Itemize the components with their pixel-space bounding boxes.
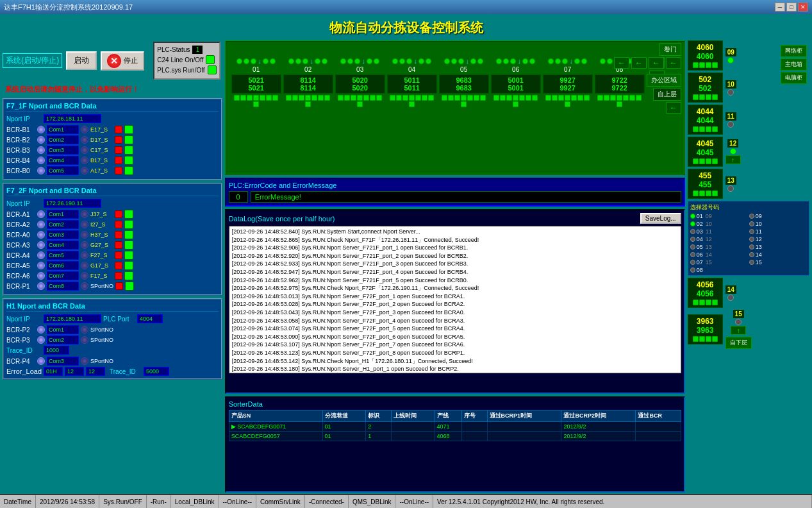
chooser-item: 11 (749, 228, 807, 235)
table-row: BCR-A1 J37_S (6, 210, 219, 219)
f71f-title: F7_1F Nport and BCR Data (6, 102, 219, 112)
status-qmsdb-value: --OnLine-- (395, 495, 433, 508)
bcr-p1-com[interactable] (47, 282, 79, 291)
segment-03: ↓ 03 5020 5020 (335, 57, 385, 107)
warning-text: 系统启动后请勿随意停止，以免影响运行！ (3, 83, 222, 96)
table-row: BCR-A4 F27_S (6, 251, 219, 260)
f72f-panel: F7_2F Nport and BCR Data Nport IP BCR-A1… (3, 183, 222, 296)
status-datetime-label: DateTime (0, 495, 36, 508)
table-row: BCR-A0 H37_S (6, 230, 219, 239)
bcr-a2-com[interactable] (47, 220, 79, 229)
h1-trace2-input[interactable] (144, 367, 169, 376)
bcr-a1-com[interactable] (47, 210, 79, 219)
bcr-b4-led1 (115, 157, 122, 164)
bcr-b1-com[interactable] (47, 125, 79, 134)
f71f-nport-input[interactable] (44, 114, 101, 123)
plc-line2-led (208, 65, 217, 74)
room-arrow-right[interactable]: ← (614, 57, 629, 69)
chooser-item: 10 (749, 221, 807, 227)
col-mark: 标识 (366, 411, 391, 422)
h1-errorload-input[interactable] (44, 367, 63, 376)
segment-02: ↓ 02 8114 8114 (283, 57, 333, 107)
bcr-b4-led2 (124, 156, 133, 165)
h1-v2-input[interactable] (86, 367, 105, 376)
table-row: BCR-P3 SPortNO (6, 335, 219, 344)
start-button[interactable]: 启动 (66, 51, 97, 70)
status-commsrv-value: -Connected- (305, 495, 349, 508)
chooser-item: 0513 (690, 244, 748, 250)
app-title: 物流自动分拣设备控制系统 (0, 14, 812, 39)
h1-trace-input[interactable] (44, 346, 69, 355)
status-bar: DateTime 2012/9/26 14:53:58 Sys.Run/OFF … (0, 494, 812, 508)
col-bcrp1: 通过BCRP1时间 (487, 411, 561, 422)
bcr-b1-circle2 (81, 126, 88, 133)
chooser-item: 0412 (690, 236, 748, 242)
segment-04: ↓ 04 5011 5011 (387, 57, 437, 107)
sorter-title: SorterData (229, 400, 681, 408)
minimize-button[interactable]: ─ (775, 3, 785, 12)
bcr-a5-com[interactable] (47, 261, 79, 270)
table-row: BCR-B2 D17_S (6, 135, 219, 144)
f72f-nport-input[interactable] (44, 199, 101, 208)
room-arrow-left[interactable]: ← (631, 57, 647, 69)
content-area: 系统(启动/停止) 启动 ✕ 停止 PLC-Status 1 C24 Line … (0, 39, 812, 494)
bcr-a6-com[interactable] (47, 271, 79, 280)
bcr-b2-com[interactable] (47, 135, 79, 144)
cabinet1-label: 网络柜 (781, 45, 807, 57)
bcr-b3-led2 (124, 146, 133, 155)
stop-button[interactable]: ✕ 停止 (101, 51, 144, 71)
segment-01: ↓ 01 5021 5021 (231, 57, 281, 107)
bcr-p4-com[interactable] (47, 357, 79, 366)
col-bcrp2: 通过BCRP2时间 (561, 411, 636, 422)
chooser-item: 0210 (690, 221, 748, 227)
table-row: BCR-B3 C17_S (6, 146, 219, 155)
bcr-b3-circle2 (81, 146, 88, 154)
maximize-button[interactable]: □ (786, 3, 797, 12)
bcr-b0-com[interactable] (47, 166, 79, 175)
bcr-p2-com[interactable] (47, 325, 79, 334)
bcr-a3-com[interactable] (47, 241, 79, 250)
room-arrow-left3[interactable]: ← (666, 57, 681, 69)
h1-nport-input[interactable] (44, 314, 101, 323)
chooser-item: 0614 (690, 251, 748, 258)
bcr-a0-com[interactable] (47, 230, 79, 239)
room-label: 卷门 (659, 43, 681, 56)
chooser-item: 12 (749, 236, 807, 242)
h1-v1-input[interactable] (65, 367, 84, 376)
bcr-b3-com[interactable] (47, 146, 79, 155)
bcr-a4-com[interactable] (47, 251, 79, 260)
bcr-b1-led1 (115, 126, 122, 133)
bcr-b0-led2 (124, 166, 133, 175)
bcr-b0-led1 (115, 167, 122, 174)
col-line: 产线 (435, 411, 462, 422)
bcr-p3-com[interactable] (47, 335, 79, 344)
right-panel: 4060 4060 09 502 502 (688, 40, 809, 493)
bcr-b3-circle (37, 146, 45, 154)
section15-arrow-up[interactable]: ↑ (731, 326, 746, 335)
table-row: BCR-A2 I27_S (6, 220, 219, 229)
table-row: BCR-A3 G27_S (6, 241, 219, 250)
upfloor-label: 自上层 (653, 88, 681, 101)
section12-arrow[interactable]: ↑ (725, 155, 741, 164)
bcr-b4-com[interactable] (47, 156, 79, 165)
status-sysrun-value: -Run- (147, 495, 171, 508)
conveyor-area: 卷门 ← ← ← ← 办公区域 自上层 ← (225, 40, 685, 175)
status-ver: Ver 12.5.4.1.01 Copyright2012 HW, Inc. A… (433, 495, 812, 508)
chooser-item: 13 (749, 244, 807, 250)
room-arrow-left2[interactable]: ← (649, 57, 664, 69)
savelog-button[interactable]: SaveLog... (640, 213, 681, 224)
datalog-content[interactable]: [2012-09-26 14:48:52.840] Sys.RUN:System… (229, 226, 681, 373)
h1-plcport-input[interactable] (137, 314, 163, 323)
office-label: 办公区域 (647, 74, 681, 87)
close-button[interactable]: ✕ (798, 3, 808, 12)
col-seq: 序号 (462, 411, 487, 422)
status-localdb-value: --OnLine-- (219, 495, 257, 508)
status-qmsdb-label: QMS_DBLink (349, 495, 396, 508)
sys-control-label: 系统(启动/停止) (3, 53, 62, 68)
chooser-item: 15 (749, 259, 807, 266)
table-row: BCR-A6 F17_S (6, 271, 219, 280)
center-panel: 卷门 ← ← ← ← 办公区域 自上层 ← (225, 40, 685, 493)
bcr-b3-led1 (115, 146, 122, 154)
floor-arrow[interactable]: ← (666, 102, 681, 114)
bcr-b2-led1 (115, 136, 122, 144)
